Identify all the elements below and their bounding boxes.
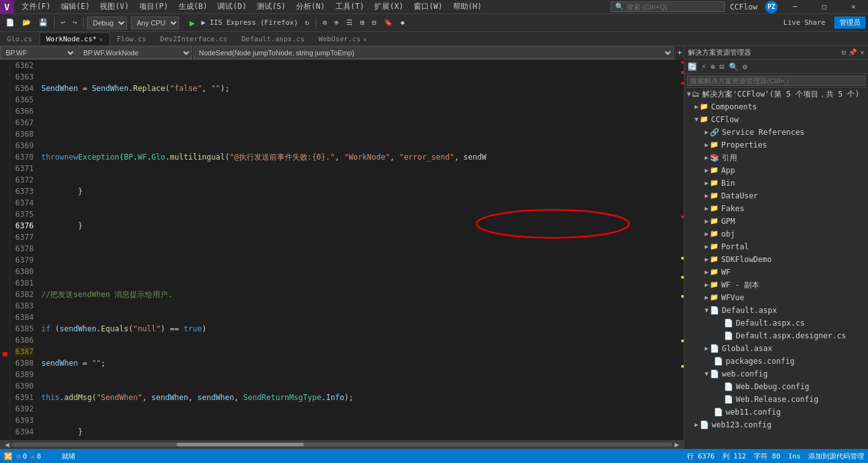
tab-flow[interactable]: Flow.cs <box>110 32 153 45</box>
toolbar-misc2[interactable]: ⊕ <box>331 17 342 29</box>
solution-dock-btn[interactable]: ⊟ <box>842 48 846 57</box>
toolbar-open[interactable]: 📂 <box>19 17 34 29</box>
tree-web-config[interactable]: ▼ 📄 web.config <box>684 368 868 380</box>
solution-pin-btn[interactable]: 📌 <box>848 48 857 57</box>
menu-tools[interactable]: 工具(T) <box>330 0 370 13</box>
tree-ccflow[interactable]: ▼ 📁 CCFlow <box>684 113 868 126</box>
add-source-control[interactable]: 添加到源代码管理 <box>808 452 864 461</box>
toolbar-misc3[interactable]: ☰ <box>343 17 356 29</box>
tree-web-debug-config[interactable]: 📄 Web.Debug.config <box>684 380 868 393</box>
run-label[interactable]: ▶ IIS Express (Firefox) <box>201 18 298 27</box>
toolbar-undo[interactable]: ↩ <box>58 17 69 29</box>
error-count[interactable]: ⊘ 0 <box>17 452 27 460</box>
tree-obj[interactable]: ▶ 📁 obj <box>684 228 868 240</box>
solution-tb-btn2[interactable]: ⚡ <box>700 61 708 73</box>
tree-references[interactable]: ▶ 📚 引用 <box>684 151 868 164</box>
warning-count[interactable]: ⚠ 8 <box>31 452 41 460</box>
tree-wfvue[interactable]: ▶ 📁 WFVue <box>684 291 868 304</box>
tree-packages-config[interactable]: 📄 packages.config <box>684 355 868 368</box>
tree-app[interactable]: ▶ 📁 App <box>684 164 868 177</box>
h-scroll-thumb[interactable] <box>177 443 304 446</box>
tree-default-aspx-cs[interactable]: 📄 Default.aspx.cs <box>684 317 868 329</box>
minimize-button[interactable]: ─ <box>780 0 810 14</box>
toolbar-save[interactable]: 💾 <box>36 17 51 29</box>
tree-gpm[interactable]: ▶ 📁 GPM <box>684 215 868 228</box>
tree-bin[interactable]: ▶ 📁 Bin <box>684 177 868 190</box>
tab-bar: Glo.cs WorkNode.cs* ✕ Flow.cs Dev2Interf… <box>0 32 868 46</box>
menu-help[interactable]: 帮助(H) <box>448 0 487 13</box>
toolbar-misc4[interactable]: ⊞ <box>357 17 368 29</box>
toolbar-misc7[interactable]: ◆ <box>397 17 408 29</box>
tab-worknode-close[interactable]: ✕ <box>99 36 102 43</box>
h-scroll-track[interactable] <box>11 443 672 446</box>
menu-project[interactable]: 项目(P) <box>134 0 173 13</box>
scroll-right-btn[interactable]: ▶ <box>672 440 681 449</box>
scroll-left-btn[interactable]: ◀ <box>3 440 11 449</box>
tree-fakes[interactable]: ▶ 📁 Fakes <box>684 202 868 215</box>
run-button[interactable]: ▶ <box>186 18 198 28</box>
maximize-button[interactable]: □ <box>810 0 839 14</box>
admin-button[interactable]: 管理员 <box>834 17 865 29</box>
solution-tb-btn6[interactable]: ⚙ <box>741 61 749 73</box>
tab-glo[interactable]: Glo.cs <box>0 32 39 45</box>
tree-default-aspx[interactable]: ▼ 📄 Default.aspx <box>684 304 868 317</box>
tree-web-release-config[interactable]: 📄 Web.Release.config <box>684 393 868 406</box>
tree-datauser[interactable]: ▶ 📁 DataUser <box>684 190 868 202</box>
close-button[interactable]: ✕ <box>839 0 868 14</box>
toolbar-redo[interactable]: ↪ <box>70 17 81 29</box>
tree-properties[interactable]: ▶ 📁 Properties <box>684 139 868 151</box>
menu-edit[interactable]: 编辑(E) <box>56 0 95 13</box>
tree-wf-copy[interactable]: ▶ 📁 WF - 副本 <box>684 279 868 291</box>
solution-search-bar[interactable] <box>684 74 868 88</box>
code-expand-btn[interactable]: + <box>675 46 684 60</box>
code-line-6363 <box>41 117 675 128</box>
tree-portal[interactable]: ▶ 📁 Portal <box>684 240 868 253</box>
tree-web123-config[interactable]: ▶ 📄 web123.config <box>684 418 868 431</box>
tree-service-references[interactable]: ▶ 🔗 Service References <box>684 126 868 139</box>
toolbar-new[interactable]: 📄 <box>3 17 18 29</box>
menu-window[interactable]: 窗口(W) <box>409 0 448 13</box>
horizontal-scrollbar[interactable]: ◀ ▶ <box>0 440 684 449</box>
menu-view[interactable]: 视图(V) <box>95 0 134 13</box>
global-asax-label: Global.asax <box>722 342 772 355</box>
tree-default-aspx-designer[interactable]: 📄 Default.aspx.designer.cs <box>684 329 868 342</box>
nav-dropdown-left[interactable]: BP.WF <box>0 46 76 59</box>
platform-dropdown[interactable]: Any CPU <box>131 17 179 29</box>
code-lines[interactable]: SendWhen = SendWhen.Replace("false", "")… <box>39 60 675 440</box>
toolbar-misc1[interactable]: ⚙ <box>320 17 330 29</box>
live-share-button[interactable]: Live Share <box>778 17 831 28</box>
tab-webuser-close[interactable]: ✕ <box>363 36 367 43</box>
toolbar-misc5[interactable]: ⊟ <box>369 17 380 29</box>
tree-solution-root[interactable]: ▼ 🗂 解决方案'CCFlow'(第 5 个项目，共 5 个) <box>684 88 868 100</box>
search-input[interactable] <box>627 3 709 11</box>
nav-dropdown-right[interactable]: NodeSend(Node jumpToNode, string jumpToE… <box>193 46 674 59</box>
menu-file[interactable]: 文件(F) <box>17 0 56 13</box>
solution-close-btn[interactable]: ✕ <box>860 48 864 57</box>
toolbar-refresh[interactable]: ↻ <box>302 17 313 29</box>
menu-debug[interactable]: 调试(D) <box>212 0 252 13</box>
nav-dropdown-mid[interactable]: BP.WF.WorkNode <box>78 46 192 59</box>
tree-global-asax[interactable]: ▶ 📄 Global.asax <box>684 342 868 355</box>
solution-tb-btn3[interactable]: ⊕ <box>709 61 717 73</box>
tab-defaultaspx[interactable]: Default.aspx.cs <box>234 32 311 45</box>
menu-analyze[interactable]: 分析(N) <box>291 0 330 13</box>
menu-extensions[interactable]: 扩展(X) <box>369 0 409 13</box>
solution-search-input[interactable] <box>687 76 865 86</box>
solution-tb-btn4[interactable]: ⊟ <box>717 61 726 73</box>
tab-worknode-label: WorkNode.cs* <box>46 35 97 43</box>
solution-tb-btn1[interactable]: 🔄 <box>686 61 699 73</box>
gpm-label: GPM <box>721 215 735 228</box>
tab-worknode[interactable]: WorkNode.cs* ✕ <box>39 32 110 45</box>
solution-tb-btn5[interactable]: 🔍 <box>727 61 740 73</box>
toolbar-misc6[interactable]: 🔖 <box>381 17 396 29</box>
global-search[interactable]: 🔍 <box>611 1 725 12</box>
tree-wf[interactable]: ▶ 📁 WF <box>684 266 868 279</box>
config-dropdown[interactable]: Debug <box>87 17 127 29</box>
menu-test[interactable]: 测试(S) <box>252 0 291 13</box>
tree-web11-config[interactable]: 📄 web11.config <box>684 406 868 418</box>
tab-webuser[interactable]: WebUser.cs ✕ <box>311 32 374 45</box>
tree-components[interactable]: ▶ 📁 Components <box>684 100 868 113</box>
tab-dev2interface[interactable]: Dev2Interface.cs <box>153 32 234 45</box>
tree-sdk[interactable]: ▶ 📁 SDKFlowDemo <box>684 253 868 266</box>
menu-build[interactable]: 生成(B) <box>173 0 213 13</box>
